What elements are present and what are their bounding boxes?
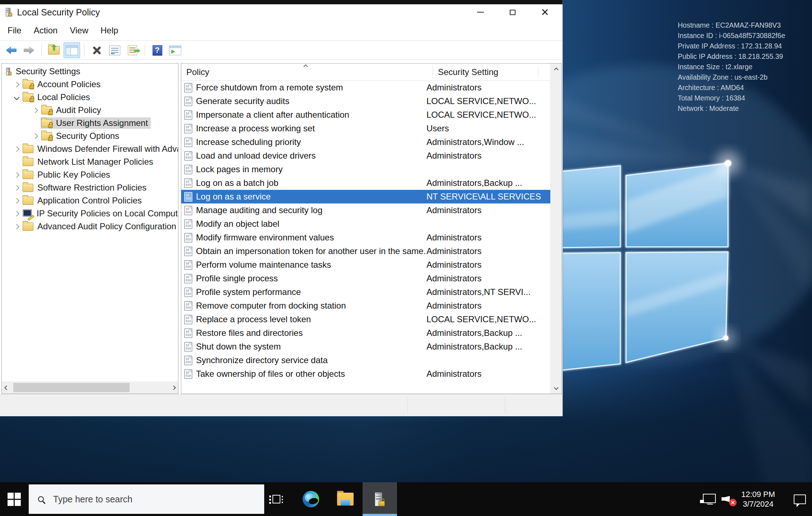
tree-item-application-control-policies[interactable]: Application Control Policies: [2, 194, 178, 207]
statusbar-divider: [505, 397, 505, 413]
console-tree-button[interactable]: [64, 42, 80, 58]
column-header-security-setting[interactable]: Security Setting: [438, 64, 498, 80]
tree-item-network-list-manager-policies[interactable]: Network List Manager Policies: [2, 155, 178, 168]
policy-row-take-ownership-of-files-or-other-objects[interactable]: Take ownership of files or other objects…: [181, 367, 550, 381]
tree-item-advanced-audit-policy-configuration[interactable]: Advanced Audit Policy Configuration: [2, 220, 178, 233]
menu-action[interactable]: Action: [28, 25, 64, 36]
tree-item-security-options[interactable]: Security Options: [2, 130, 178, 142]
expander-collapsed-icon[interactable]: [11, 199, 22, 203]
policy-row-lock-pages-in-memory[interactable]: Lock pages in memory: [181, 163, 550, 176]
titlebar[interactable]: Local Security Policy: [0, 4, 563, 20]
folder-icon: [23, 158, 33, 166]
policy-row-remove-computer-from-docking-station[interactable]: Remove computer from docking stationAdmi…: [181, 299, 550, 313]
policy-row-profile-system-performance[interactable]: Profile system performanceAdministrators…: [181, 285, 550, 299]
policy-row-generate-security-audits[interactable]: Generate security auditsLOCAL SERVICE,NE…: [181, 94, 550, 108]
policy-row-increase-scheduling-priority[interactable]: Increase scheduling priorityAdministrato…: [181, 135, 550, 149]
policy-row-modify-firmware-environment-values[interactable]: Modify firmware environment valuesAdmini…: [181, 231, 550, 244]
up-level-icon: [48, 46, 60, 55]
policy-row-increase-a-process-working-set[interactable]: Increase a process working setUsers: [181, 122, 550, 135]
policy-row-restore-files-and-directories[interactable]: Restore files and directoriesAdministrat…: [181, 326, 550, 340]
expander-collapsed-icon[interactable]: [11, 147, 22, 151]
network-tray-button[interactable]: [696, 482, 718, 516]
scroll-right-button[interactable]: [169, 381, 178, 394]
taskbar-local-security-policy-button[interactable]: [363, 482, 397, 516]
expander-collapsed-icon[interactable]: [30, 108, 41, 112]
expander-collapsed-icon[interactable]: [11, 225, 22, 229]
policy-row-synchronize-directory-service-data[interactable]: Synchronize directory service data: [181, 353, 550, 367]
tree-item-windows-defender-firewall-with-adva[interactable]: Windows Defender Firewall with Adva: [2, 142, 178, 155]
taskbar-task-view-button[interactable]: [259, 482, 294, 516]
policy-document-icon: [184, 178, 192, 188]
scroll-up-button[interactable]: [551, 64, 561, 76]
tree-item-security-settings[interactable]: Security Settings: [2, 65, 178, 78]
up-level-button[interactable]: [46, 42, 62, 58]
export-list-button[interactable]: [124, 42, 141, 58]
policy-row-obtain-an-impersonation-token-for-anothe[interactable]: Obtain an impersonation token for anothe…: [181, 244, 550, 258]
policy-row-profile-single-process[interactable]: Profile single processAdministrators: [181, 272, 550, 285]
scroll-left-button[interactable]: [2, 381, 11, 394]
column-divider[interactable]: [538, 66, 538, 78]
toolbar-separator: [145, 44, 145, 57]
scroll-down-button[interactable]: [551, 381, 561, 394]
delete-button[interactable]: [88, 42, 105, 58]
tree-item-account-policies[interactable]: Account Policies: [2, 78, 178, 91]
maximize-button[interactable]: [501, 4, 524, 20]
instance-info-line: Instance ID : i-065a48f5730882f6e: [678, 31, 785, 41]
expander-collapsed-icon[interactable]: [11, 212, 22, 216]
policy-name: Take ownership of files or other objects: [196, 369, 426, 379]
scrollbar-thumb[interactable]: [13, 383, 130, 392]
expander-collapsed-icon[interactable]: [11, 173, 22, 177]
tree-item-ip-security-policies-on-local-compute[interactable]: IP Security Policies on Local Compute: [2, 207, 178, 220]
policy-row-load-and-unload-device-drivers[interactable]: Load and unload device driversAdministra…: [181, 149, 550, 163]
menu-help[interactable]: Help: [94, 25, 124, 36]
volume-tray-button[interactable]: [717, 482, 739, 516]
policy-row-force-shutdown-from-a-remote-system[interactable]: Force shutdown from a remote systemAdmin…: [181, 81, 550, 94]
properties-button[interactable]: [106, 42, 123, 58]
column-header-policy[interactable]: Policy: [186, 64, 209, 80]
policy-row-perform-volume-maintenance-tasks[interactable]: Perform volume maintenance tasksAdminist…: [181, 258, 550, 272]
tree-item-public-key-policies[interactable]: Public Key Policies: [2, 168, 178, 181]
tree-item-audit-policy[interactable]: Audit Policy: [2, 104, 178, 117]
expander-collapsed-icon[interactable]: [11, 83, 22, 86]
policy-row-log-on-as-a-batch-job[interactable]: Log on as a batch jobAdministrators,Back…: [181, 176, 550, 190]
search-input[interactable]: [52, 494, 264, 505]
policy-row-log-on-as-a-service[interactable]: Log on as a serviceNT SERVICE\ALL SERVIC…: [181, 190, 550, 203]
column-divider[interactable]: [433, 66, 433, 78]
policy-name: Log on as a batch job: [196, 178, 426, 188]
taskbar-edge-button[interactable]: [294, 482, 328, 516]
policy-row-replace-a-process-level-token[interactable]: Replace a process level tokenLOCAL SERVI…: [181, 313, 550, 326]
clock[interactable]: 12:09 PM 3/7/2024: [737, 482, 780, 516]
back-button[interactable]: [3, 42, 19, 58]
expander-expanded-icon[interactable]: [11, 95, 22, 99]
policy-row-modify-an-object-label[interactable]: Modify an object label: [181, 217, 550, 231]
tree-item-local-policies[interactable]: Local Policies: [2, 91, 178, 104]
forward-button[interactable]: [21, 42, 37, 58]
tree-item-label: Windows Defender Firewall with Adva: [37, 144, 178, 154]
window-title: Local Security Policy: [17, 7, 100, 18]
action-pane-button[interactable]: [167, 42, 183, 58]
folder-lock-icon: [23, 93, 33, 102]
help-button[interactable]: [149, 42, 165, 58]
expander-collapsed-icon[interactable]: [30, 134, 41, 138]
policy-row-shut-down-the-system[interactable]: Shut down the systemAdministrators,Backu…: [181, 340, 550, 353]
taskbar-file-explorer-button[interactable]: [328, 482, 363, 516]
menu-file[interactable]: File: [1, 25, 28, 36]
list-vertical-scrollbar[interactable]: [550, 64, 561, 394]
policy-document-icon: [184, 219, 192, 229]
start-button[interactable]: [0, 482, 28, 516]
action-center-button[interactable]: [788, 482, 811, 516]
expander-collapsed-icon[interactable]: [11, 186, 22, 190]
taskbar-search[interactable]: [29, 484, 264, 514]
tree-item-user-rights-assignment[interactable]: User Rights Assignment: [2, 117, 178, 130]
close-button[interactable]: [533, 4, 557, 20]
file-explorer-icon: [337, 493, 354, 506]
policy-row-manage-auditing-and-security-log[interactable]: Manage auditing and security logAdminist…: [181, 203, 550, 217]
toolbar: [0, 41, 563, 60]
tree-item-software-restriction-policies[interactable]: Software Restriction Policies: [2, 181, 178, 194]
minimize-button[interactable]: [468, 4, 492, 20]
tree-horizontal-scrollbar[interactable]: [2, 381, 178, 394]
policy-name: Restore files and directories: [196, 328, 426, 338]
policy-row-impersonate-a-client-after-authenticatio[interactable]: Impersonate a client after authenticatio…: [181, 108, 550, 122]
menu-view[interactable]: View: [64, 25, 94, 36]
policy-document-icon: [184, 165, 192, 174]
